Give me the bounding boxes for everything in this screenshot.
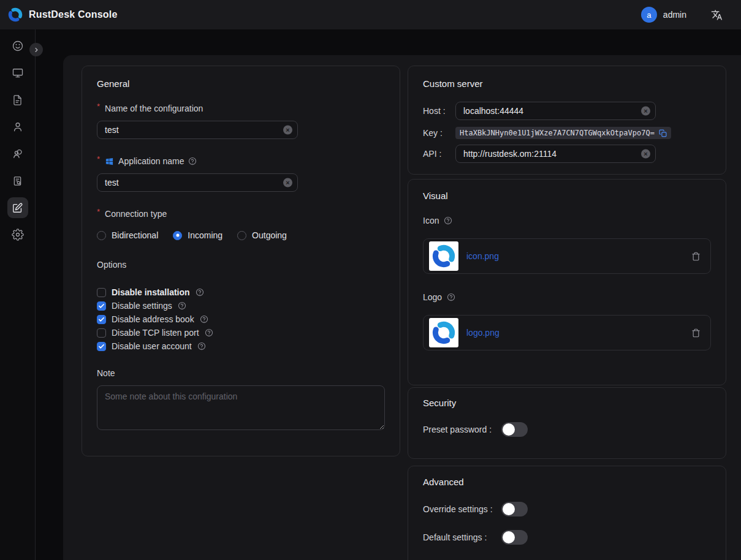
sidebar-item-audit[interactable] (0, 167, 36, 194)
help-icon[interactable] (447, 293, 455, 301)
override-settings-toggle[interactable] (501, 502, 528, 516)
icon-upload-item: icon.png (423, 238, 711, 274)
checkbox-icon (97, 342, 106, 351)
monitor-icon (7, 62, 28, 83)
general-title: General (97, 78, 385, 90)
checkbox-icon (97, 328, 106, 338)
help-icon[interactable] (205, 328, 213, 337)
smiley-icon (7, 36, 28, 56)
icon-file-link[interactable]: icon.png (466, 251, 499, 261)
help-icon[interactable] (200, 315, 208, 324)
config-name-input[interactable] (97, 121, 298, 139)
option-disable-tcp-listen-port[interactable]: Disable TCP listen port (97, 326, 385, 339)
api-input[interactable] (455, 145, 656, 163)
required-asterisk: * (97, 206, 100, 218)
radio-icon (173, 231, 182, 240)
clear-icon[interactable]: × (641, 107, 650, 116)
clear-icon[interactable]: × (283, 126, 292, 135)
checkbox-icon (97, 301, 106, 311)
visual-card: Visual Icon icon.png Logo logo.png (408, 179, 726, 385)
edit-icon (7, 197, 28, 218)
gear-icon (7, 224, 28, 245)
help-icon[interactable] (444, 216, 452, 225)
key-label: Key : (423, 128, 455, 138)
radio-outgoing[interactable]: Outgoing (237, 230, 287, 240)
brand: RustDesk Console (7, 7, 118, 23)
advanced-card: Advanced Override settings : Default set… (408, 466, 726, 560)
override-settings-label: Override settings : (423, 504, 501, 514)
sidebar-item-groups[interactable] (0, 140, 36, 167)
logo-thumbnail (429, 318, 458, 347)
app-title: RustDesk Console (29, 9, 118, 20)
sidebar (0, 29, 36, 560)
help-icon[interactable] (197, 342, 206, 350)
security-card: Security Preset password : (408, 387, 726, 459)
note-label: Note (97, 368, 385, 379)
radio-bidirectional[interactable]: Bidirectional (97, 230, 158, 240)
sidebar-item-custom-clients[interactable] (0, 194, 36, 221)
checkbox-icon (97, 315, 106, 324)
server-key-chip: HtaXBkJNHyn0e1U1jWXze7A7CN7QTGWqxkOtpaVp… (455, 127, 671, 139)
trash-icon[interactable] (691, 252, 701, 261)
logo-label: Logo (423, 292, 711, 302)
help-icon[interactable] (196, 288, 204, 297)
required-asterisk: * (97, 101, 100, 112)
app-name-input[interactable] (97, 173, 298, 192)
config-name-label: * Name of the configuration (97, 103, 385, 114)
required-asterisk: * (97, 154, 100, 165)
logo-file-link[interactable]: logo.png (466, 328, 500, 338)
advanced-title: Advanced (423, 476, 711, 488)
audit-log-icon (7, 170, 28, 191)
server-key-value: HtaXBkJNHyn0e1U1jWXze7A7CN7QTGWqxkOtpaVp… (460, 129, 655, 137)
icon-label: Icon (423, 216, 711, 225)
sidebar-collapse-button[interactable] (29, 43, 43, 56)
copy-icon[interactable] (659, 129, 667, 137)
user-icon (7, 116, 28, 137)
user-group-icon (7, 143, 28, 164)
sidebar-item-devices[interactable] (0, 59, 36, 86)
preset-password-toggle[interactable] (501, 422, 528, 437)
option-disable-address-book[interactable]: Disable address book (97, 312, 385, 326)
logo-upload-item: logo.png (423, 315, 711, 350)
sidebar-item-documents[interactable] (0, 86, 36, 113)
default-settings-toggle[interactable] (501, 530, 528, 545)
custom-server-card: Custom server Host : × Key : HtaXBkJNHyn… (408, 66, 726, 175)
clear-icon[interactable]: × (641, 149, 650, 159)
help-icon[interactable] (188, 157, 197, 165)
icon-thumbnail (429, 241, 458, 271)
clear-icon[interactable]: × (283, 178, 292, 187)
radio-incoming[interactable]: Incoming (173, 230, 222, 240)
visual-title: Visual (423, 190, 711, 202)
app-name-label: * Application name (97, 156, 385, 167)
help-icon[interactable] (178, 301, 186, 310)
option-disable-settings[interactable]: Disable settings (97, 299, 385, 312)
main-content: General * Name of the configuration × * … (63, 55, 741, 560)
host-label: Host : (423, 106, 455, 116)
connection-type-label: * Connection type (97, 208, 385, 219)
options-label: Options (97, 259, 385, 270)
topbar: RustDesk Console a admin (0, 0, 741, 29)
checkbox-icon (97, 288, 106, 297)
host-input[interactable] (455, 102, 656, 120)
rustdesk-logo-icon (7, 7, 23, 23)
options-list: Disable installation Disable settings Di… (97, 286, 385, 353)
default-settings-label: Default settings : (423, 532, 501, 542)
user-name[interactable]: admin (663, 10, 686, 20)
preset-password-label: Preset password : (423, 425, 501, 434)
trash-icon[interactable] (691, 328, 701, 338)
sidebar-item-users[interactable] (0, 113, 36, 140)
sidebar-item-settings[interactable] (0, 221, 36, 248)
radio-icon (97, 231, 106, 240)
avatar[interactable]: a (641, 7, 657, 23)
translate-icon[interactable] (711, 9, 723, 21)
radio-icon (237, 231, 246, 240)
api-label: API : (423, 149, 455, 159)
note-textarea[interactable] (97, 385, 385, 430)
document-icon (7, 89, 28, 110)
option-disable-installation[interactable]: Disable installation (97, 286, 385, 299)
general-card: General * Name of the configuration × * … (82, 66, 400, 456)
connection-type-group: Bidirectional Incoming Outgoing (97, 230, 385, 241)
security-title: Security (423, 397, 711, 409)
custom-server-title: Custom server (423, 78, 711, 90)
option-disable-user-account[interactable]: Disable user account (97, 339, 385, 353)
